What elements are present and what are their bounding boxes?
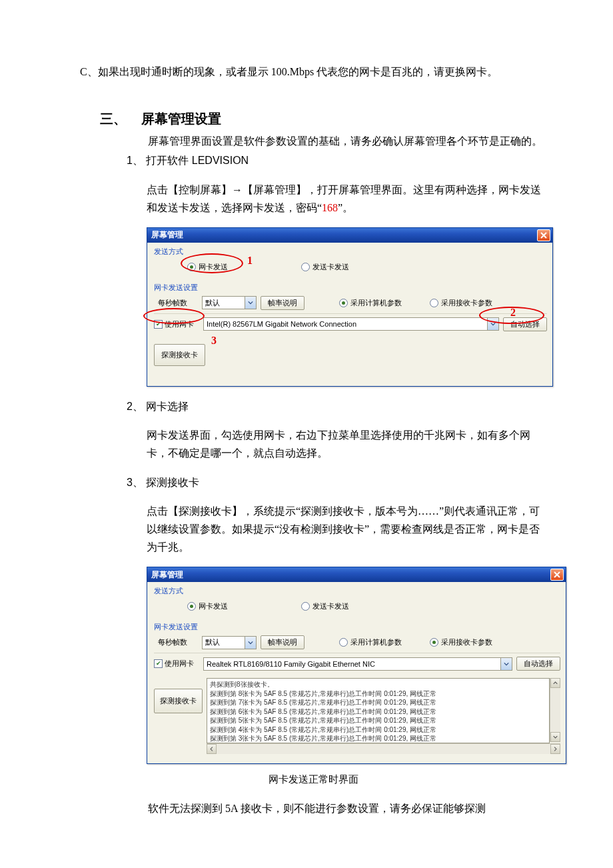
radio-rx-param-label: 采用接收卡参数 [441, 298, 492, 308]
radio-rx-param-label: 采用接收卡参数 [441, 637, 492, 647]
log-header: 共探测到8张接收卡。 [210, 680, 546, 689]
combo-fps[interactable]: 默认 [202, 296, 257, 309]
window-title: 屏幕管理 [151, 229, 183, 241]
radio-pc-param[interactable] [339, 638, 348, 647]
combo-nic-value: Realtek RTL8169/8110 Family Gigabit Ethe… [204, 660, 500, 668]
list-item-2-body: 网卡发送界面，勾选使用网卡，右边下拉菜单里选择使用的千兆网卡，如有多个网卡，不确… [147, 426, 546, 462]
list-item-1-head: 1、 打开软件 LEDVISION [127, 151, 546, 169]
radio-rx-param[interactable] [430, 299, 438, 307]
screenshot-window-2: 屏幕管理 发送方式 网卡发送 发送卡发送 网卡发送设置 [147, 567, 566, 764]
figure-caption: 网卡发送正常时界面 [80, 773, 546, 786]
log-area: 共探测到8张接收卡。 探测到第 8张卡为 5AF 8.5 (常规芯片,常规串行)… [207, 678, 550, 743]
radio-nic-send[interactable] [187, 263, 196, 271]
text: ”。 [338, 202, 353, 213]
radio-card-send[interactable] [301, 602, 310, 611]
btn-fps-info[interactable]: 帧率说明 [261, 635, 305, 649]
paragraph-c: C、如果出现时通时断的现象，或者显示 100.Mbps 代表您的网卡是百兆的，请… [80, 60, 546, 83]
annotation-number-3: 3 [211, 335, 217, 347]
chevron-down-icon [500, 658, 512, 670]
radio-pc-param-label: 采用计算机参数 [350, 298, 402, 308]
close-icon [540, 232, 547, 239]
titlebar: 屏幕管理 [147, 567, 566, 582]
list-item-3-body: 点击【探测接收卡】，系统提示“探测到接收卡，版本号为……”则代表通讯正常，可以继… [147, 502, 546, 557]
checkbox-use-nic[interactable] [154, 320, 163, 329]
radio-nic-send-label: 网卡发送 [199, 601, 228, 611]
group-send-mode: 发送方式 [154, 586, 560, 596]
btn-auto-select[interactable]: 自动选择 [503, 317, 547, 331]
scroll-up-icon[interactable] [550, 678, 560, 688]
combo-fps-value: 默认 [203, 298, 245, 308]
password-168: 168 [322, 202, 338, 213]
list-item-1-body: 点击【控制屏幕】→【屏幕管理】，打开屏幕管理界面。这里有两种选择，网卡发送和发送… [147, 181, 546, 217]
section-number: 三、 [100, 110, 139, 128]
radio-nic-send[interactable] [187, 602, 196, 611]
log-line: 探测到第 8张卡为 5AF 8.5 (常规芯片,常规串行)总工作时间 0:01:… [210, 689, 546, 699]
separator [154, 313, 547, 314]
chevron-down-icon [245, 637, 256, 649]
scroll-left-icon[interactable] [207, 744, 217, 754]
label-use-nic: 使用网卡 [165, 319, 194, 329]
radio-pc-param-label: 采用计算机参数 [350, 637, 402, 647]
scrollbar-vertical[interactable] [550, 678, 560, 742]
close-button[interactable] [550, 569, 564, 581]
chevron-down-icon [245, 297, 256, 309]
titlebar: 屏幕管理 [147, 228, 552, 243]
scroll-down-icon[interactable] [550, 732, 560, 742]
radio-card-send-label: 发送卡发送 [312, 601, 349, 611]
combo-fps[interactable]: 默认 [202, 636, 257, 649]
radio-nic-send-label: 网卡发送 [199, 262, 228, 272]
window-title: 屏幕管理 [151, 569, 183, 581]
footer-paragraph: 软件无法探测到 5A 接收卡，则不能进行参数设置，请务必保证能够探测 [127, 799, 546, 819]
annotation-number-2: 2 [510, 307, 516, 319]
radio-pc-param[interactable] [339, 299, 348, 307]
combo-nic-value: Intel(R) 82567LM Gigabit Network Connect… [204, 320, 487, 328]
annotation-number-1: 1 [247, 255, 253, 267]
close-button[interactable] [537, 229, 550, 241]
combo-fps-value: 默认 [203, 637, 245, 647]
checkbox-use-nic[interactable] [154, 659, 163, 668]
section-lead: 屏幕管理界面设置是软件参数设置的基础，请务必确认屏幕管理各个环节是正确的。 [127, 132, 546, 150]
radio-rx-param[interactable] [430, 638, 438, 647]
screenshot-window-1: 屏幕管理 发送方式 网卡发送 发送卡发送 [147, 227, 553, 387]
btn-fps-info[interactable]: 帧率说明 [261, 296, 305, 310]
chevron-down-icon [487, 318, 498, 330]
btn-auto-select[interactable]: 自动选择 [516, 657, 560, 671]
group-nic-settings: 网卡发送设置 [154, 622, 560, 632]
section-heading: 三、 屏幕管理设置 [100, 110, 546, 128]
log-line: 探测到第 5张卡为 5AF 8.5 (常规芯片,常规串行)总工作时间 0:01:… [210, 716, 546, 725]
btn-detect-rx[interactable]: 探测接收卡 [154, 344, 205, 366]
log-line: 探测到第 4张卡为 5AF 8.5 (常规芯片,常规串行)总工作时间 0:01:… [210, 725, 546, 735]
list-item-2-head: 2、 网卡选择 [127, 397, 546, 415]
combo-nic[interactable]: Realtek RTL8169/8110 Family Gigabit Ethe… [203, 657, 512, 671]
btn-detect-rx[interactable]: 探测接收卡 [154, 689, 203, 713]
log-line: 探测到第 7张卡为 5AF 8.5 (常规芯片,常规串行)总工作时间 0:01:… [210, 698, 546, 707]
group-nic-settings: 网卡发送设置 [154, 283, 547, 293]
scrollbar-horizontal[interactable] [207, 743, 560, 754]
label-fps: 每秒帧数 [158, 298, 198, 308]
group-send-mode: 发送方式 [154, 247, 547, 257]
log-line: 探测到第 3张卡为 5AF 8.5 (常规芯片,常规串行)总工作时间 0:01:… [210, 734, 546, 743]
label-use-nic: 使用网卡 [165, 659, 194, 669]
list-item-3-head: 3、 探测接收卡 [127, 473, 546, 491]
combo-nic[interactable]: Intel(R) 82567LM Gigabit Network Connect… [203, 317, 499, 331]
scroll-right-icon[interactable] [550, 744, 560, 754]
label-fps: 每秒帧数 [158, 637, 198, 647]
close-icon [554, 571, 560, 578]
separator [154, 653, 560, 653]
section-title: 屏幕管理设置 [141, 111, 221, 126]
radio-card-send-label: 发送卡发送 [312, 262, 349, 272]
radio-card-send[interactable] [301, 263, 310, 271]
log-line: 探测到第 6张卡为 5AF 8.5 (常规芯片,常规串行)总工作时间 0:01:… [210, 707, 546, 717]
